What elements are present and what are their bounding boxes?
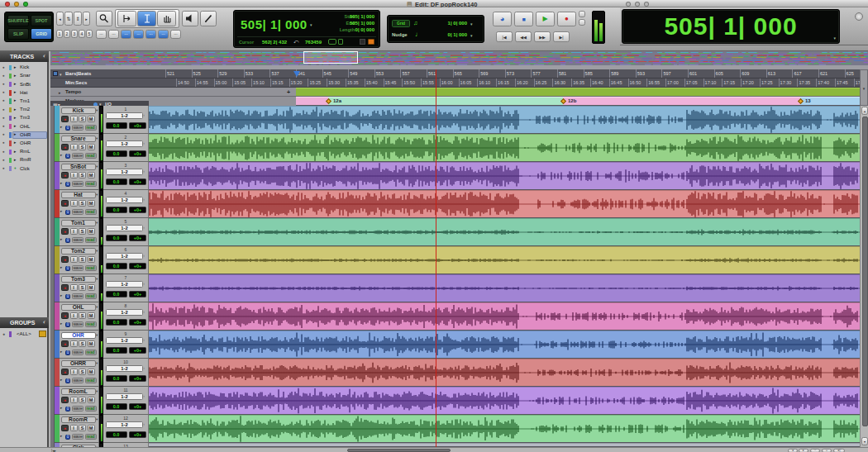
output-selector[interactable]: 1-2 bbox=[106, 112, 143, 119]
solo-button[interactable]: S bbox=[79, 144, 86, 150]
zoom-preset-2-button[interactable]: 2 bbox=[64, 30, 70, 38]
zoom-preset-1-button[interactable]: 1 bbox=[56, 30, 63, 38]
output-selector[interactable]: 1-2 bbox=[106, 309, 143, 316]
input-monitor-button[interactable]: I bbox=[70, 116, 78, 122]
minsecs-ruler[interactable]: Min:Secs 14:50 14:55 15:00 15:05 15:10 1… bbox=[50, 79, 860, 88]
selector-tool-button[interactable] bbox=[137, 11, 156, 26]
fast-forward-button[interactable]: ▶▶ bbox=[534, 31, 551, 42]
track-lane-Tom2[interactable] bbox=[149, 246, 860, 274]
track-list-item[interactable]: ● + Clck bbox=[0, 164, 49, 173]
tracks-list-menu-icon[interactable]: ◐ bbox=[43, 53, 46, 59]
track-name-dropdown-icon[interactable]: ▾ bbox=[96, 333, 98, 337]
zoom-preset-4-button[interactable]: 4 bbox=[79, 30, 85, 38]
zoom-in-horizontal-button[interactable]: ▸ bbox=[83, 12, 90, 26]
record-enable-button[interactable]: ● bbox=[61, 256, 69, 263]
voice-button[interactable]: 0 bbox=[65, 322, 70, 327]
zoom-fit-button[interactable]: ▸| bbox=[833, 449, 845, 452]
track-list-item[interactable]: ● ▸ RmL bbox=[0, 148, 49, 156]
pan-display[interactable]: +0+ bbox=[129, 319, 146, 326]
automation-mode-button[interactable]: read bbox=[85, 181, 97, 187]
grabber-tool-button[interactable] bbox=[157, 11, 176, 26]
marker-region[interactable] bbox=[296, 97, 328, 105]
transport-zoom-button[interactable] bbox=[644, 2, 649, 7]
selection-start-value[interactable]: 505| 1| 000 bbox=[340, 14, 374, 19]
transport-window-titlebar[interactable] bbox=[620, 0, 868, 7]
record-enable-button[interactable]: ● bbox=[61, 200, 69, 207]
output-arrows-icon[interactable]: ↕ bbox=[143, 113, 145, 117]
waveform-view-button[interactable]: wave bbox=[72, 434, 83, 440]
track-expand-icon[interactable]: ▸ bbox=[60, 378, 62, 382]
track-show-dot-icon[interactable]: ● bbox=[2, 107, 5, 112]
pan-display[interactable]: +0+ bbox=[129, 263, 146, 269]
track-name-dropdown-icon[interactable]: ▾ bbox=[96, 361, 98, 365]
mute-button[interactable]: M bbox=[88, 425, 95, 431]
record-enable-button[interactable]: ● bbox=[61, 116, 69, 122]
track-lane-SnBot[interactable] bbox=[149, 162, 860, 190]
mute-button[interactable]: M bbox=[88, 312, 95, 319]
volume-display[interactable]: 0.0 bbox=[106, 122, 127, 129]
zoom-preset-3-button[interactable]: 3 bbox=[71, 30, 78, 38]
solo-button[interactable]: S bbox=[79, 397, 86, 403]
solo-button[interactable]: S bbox=[79, 228, 86, 235]
edit-mode-shuffle-button[interactable]: SHUFFLE bbox=[7, 15, 29, 26]
track-name[interactable]: Kick bbox=[61, 107, 96, 114]
track-header-Hat[interactable]: Hat ▾ ● I S M ▸ 0 wave read 4 1-2 ↕ 0.0 … bbox=[50, 190, 149, 218]
trim-tool-button[interactable] bbox=[117, 11, 136, 26]
track-list-item[interactable]: ● ▸ OHR bbox=[0, 131, 49, 140]
input-monitor-button[interactable]: I bbox=[70, 256, 78, 263]
track-show-dot-icon[interactable]: ● bbox=[2, 82, 5, 86]
h-scroll-left-button[interactable]: ◂ bbox=[788, 449, 798, 452]
track-header-OHRR[interactable]: OHRR ▾ ● I S M ▸ 0 wave read 10 1-2 ↕ 0.… bbox=[50, 359, 149, 387]
zoom-out-button[interactable]: − bbox=[810, 449, 820, 452]
zoom-out-horizontal-button[interactable]: ◂ bbox=[56, 12, 64, 26]
track-lane-Hat[interactable] bbox=[149, 190, 860, 218]
track-lane-Snare[interactable] bbox=[149, 134, 860, 162]
pan-display[interactable]: +0+ bbox=[129, 431, 146, 438]
track-header-Kick[interactable]: Kick ▾ ● I S M ▸ 0 wave read 1 1-2 ↕ 0.0… bbox=[50, 106, 149, 134]
track-name-dropdown-icon[interactable]: ▾ bbox=[96, 305, 98, 309]
track-show-dot-icon[interactable]: ● bbox=[2, 166, 5, 170]
record-enable-button[interactable]: ● bbox=[61, 172, 69, 178]
pan-display[interactable]: +0+ bbox=[129, 235, 146, 241]
volume-display[interactable]: 0.0 bbox=[106, 291, 127, 297]
track-name[interactable]: Snare bbox=[61, 136, 96, 142]
track-show-dot-icon[interactable]: ● bbox=[2, 150, 5, 154]
group-list-item[interactable]: ● <ALL> bbox=[0, 330, 49, 339]
groups-list-header[interactable]: GROUPS ◐ bbox=[0, 317, 49, 328]
transport-close-button[interactable] bbox=[626, 2, 631, 7]
record-enable-button[interactable]: ● bbox=[61, 397, 69, 403]
selection-end-value[interactable]: 505| 1| 000 bbox=[340, 21, 374, 26]
marker-region[interactable] bbox=[328, 97, 563, 105]
universe-viewport-box[interactable] bbox=[303, 51, 358, 64]
output-selector[interactable]: 1-2 bbox=[106, 421, 143, 428]
track-header-RoomL[interactable]: RoomL ▾ ● I S M ▸ 0 wave read 11 1-2 ↕ 0… bbox=[50, 387, 149, 415]
output-arrows-icon[interactable]: ↕ bbox=[143, 254, 145, 258]
voice-button[interactable]: 0 bbox=[65, 407, 70, 412]
pencil-tool-button[interactable] bbox=[200, 11, 217, 26]
output-arrows-icon[interactable]: ↕ bbox=[143, 141, 145, 145]
track-name[interactable]: OHL bbox=[61, 304, 96, 311]
track-name[interactable]: RoomL bbox=[61, 388, 96, 395]
play-button[interactable]: ▶ bbox=[536, 12, 555, 26]
record-enable-button[interactable]: ● bbox=[61, 312, 69, 319]
close-window-button[interactable] bbox=[5, 2, 10, 7]
track-expand-icon[interactable]: ▸ bbox=[60, 237, 62, 241]
voice-button[interactable]: 0 bbox=[65, 435, 70, 440]
mute-button[interactable]: M bbox=[88, 340, 95, 347]
tempo-ruler[interactable]: ▸ Tempo + bbox=[50, 88, 860, 97]
stop-button[interactable]: ■ bbox=[514, 12, 533, 26]
output-selector[interactable]: 1-2 bbox=[106, 140, 143, 147]
return-to-zero-button[interactable]: |◀ bbox=[496, 31, 513, 42]
transport-expand-top-button[interactable] bbox=[579, 11, 585, 17]
pan-display[interactable]: +0+ bbox=[129, 122, 146, 129]
track-name[interactable]: Tom3 bbox=[61, 276, 96, 283]
volume-display[interactable]: 0.0 bbox=[106, 403, 127, 410]
input-monitor-button[interactable]: I bbox=[70, 397, 78, 403]
track-name[interactable]: RoomR bbox=[61, 416, 96, 423]
solo-button[interactable]: S bbox=[79, 312, 86, 319]
track-name-dropdown-icon[interactable]: ▾ bbox=[96, 249, 98, 253]
tracks-list-header[interactable]: TRACKS ◐ bbox=[0, 51, 49, 62]
output-selector[interactable]: 1-2 bbox=[106, 393, 143, 400]
mute-button[interactable]: M bbox=[88, 284, 95, 291]
mirrored-midi-button[interactable]: ⋯ bbox=[158, 30, 169, 39]
